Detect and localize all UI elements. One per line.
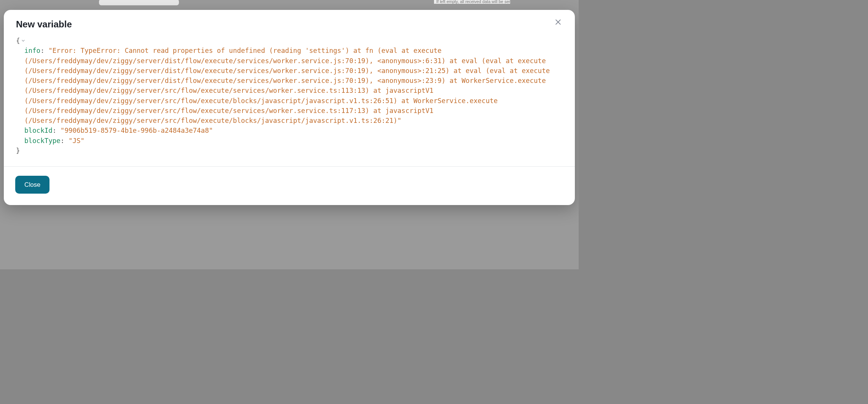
- background-helper-text: If left empty, all received data will be…: [434, 0, 510, 4]
- json-key: blockId: [24, 127, 53, 134]
- json-value: "9906b519-8579-4b1e-996b-a2484a3e74a8": [61, 127, 213, 134]
- json-entry: blockType: "JS": [16, 136, 563, 146]
- json-key: info: [24, 47, 40, 54]
- json-viewer: { info: "Error: TypeError: Cannot read p…: [4, 30, 575, 166]
- close-icon[interactable]: [554, 17, 563, 27]
- json-entry: blockId: "9906b519-8579-4b1e-996b-a2484a…: [16, 126, 563, 135]
- new-variable-modal: New variable { info: "Error: TypeError: …: [4, 10, 575, 205]
- json-entry: info: "Error: TypeError: Cannot read pro…: [16, 46, 563, 126]
- json-open-brace: {: [16, 36, 563, 46]
- background-field: [99, 0, 179, 5]
- json-value: "JS": [69, 137, 85, 145]
- json-close-brace: }: [16, 146, 563, 156]
- modal-header: New variable: [4, 10, 575, 30]
- chevron-down-icon[interactable]: [21, 36, 26, 46]
- modal-footer: Close: [4, 166, 575, 205]
- modal-title: New variable: [16, 19, 72, 30]
- close-button[interactable]: Close: [15, 176, 49, 194]
- json-value: "Error: TypeError: Cannot read propertie…: [24, 47, 550, 124]
- json-key: blockType: [24, 137, 61, 145]
